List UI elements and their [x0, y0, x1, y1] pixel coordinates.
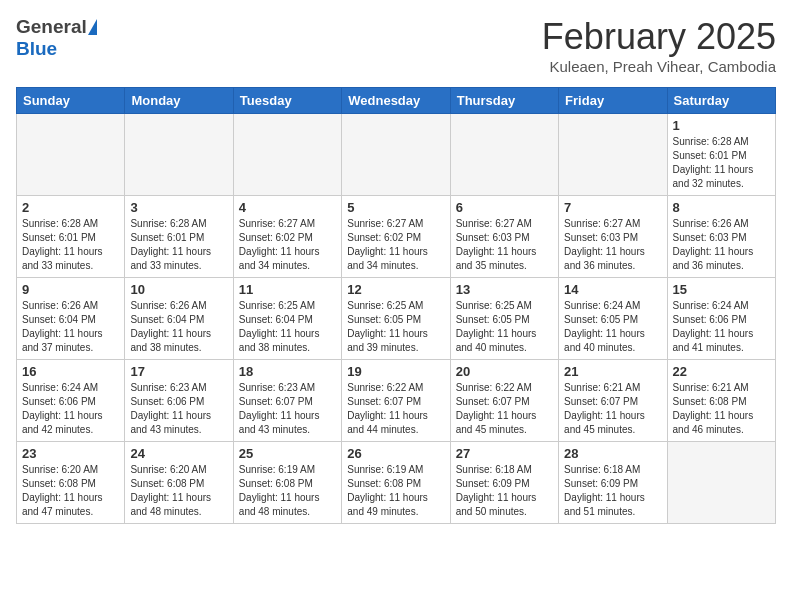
weekday-header-sunday: Sunday	[17, 88, 125, 114]
weekday-header-wednesday: Wednesday	[342, 88, 450, 114]
day-number: 5	[347, 200, 444, 215]
calendar-table: SundayMondayTuesdayWednesdayThursdayFrid…	[16, 87, 776, 524]
weekday-header-monday: Monday	[125, 88, 233, 114]
calendar-cell: 7Sunrise: 6:27 AM Sunset: 6:03 PM Daylig…	[559, 196, 667, 278]
day-number: 16	[22, 364, 119, 379]
calendar-cell: 11Sunrise: 6:25 AM Sunset: 6:04 PM Dayli…	[233, 278, 341, 360]
calendar-cell: 19Sunrise: 6:22 AM Sunset: 6:07 PM Dayli…	[342, 360, 450, 442]
day-number: 12	[347, 282, 444, 297]
calendar-cell: 15Sunrise: 6:24 AM Sunset: 6:06 PM Dayli…	[667, 278, 775, 360]
location-subtitle: Kuleaen, Preah Vihear, Cambodia	[542, 58, 776, 75]
calendar-cell	[17, 114, 125, 196]
day-number: 15	[673, 282, 770, 297]
day-number: 18	[239, 364, 336, 379]
day-number: 13	[456, 282, 553, 297]
title-block: February 2025 Kuleaen, Preah Vihear, Cam…	[542, 16, 776, 75]
day-info: Sunrise: 6:23 AM Sunset: 6:06 PM Dayligh…	[130, 381, 227, 437]
calendar-week-row: 1Sunrise: 6:28 AM Sunset: 6:01 PM Daylig…	[17, 114, 776, 196]
day-number: 8	[673, 200, 770, 215]
day-number: 24	[130, 446, 227, 461]
calendar-cell: 22Sunrise: 6:21 AM Sunset: 6:08 PM Dayli…	[667, 360, 775, 442]
calendar-cell	[667, 442, 775, 524]
day-info: Sunrise: 6:20 AM Sunset: 6:08 PM Dayligh…	[22, 463, 119, 519]
logo-triangle-icon	[88, 19, 97, 35]
day-number: 4	[239, 200, 336, 215]
day-info: Sunrise: 6:28 AM Sunset: 6:01 PM Dayligh…	[130, 217, 227, 273]
day-info: Sunrise: 6:24 AM Sunset: 6:06 PM Dayligh…	[673, 299, 770, 355]
day-number: 25	[239, 446, 336, 461]
day-number: 23	[22, 446, 119, 461]
calendar-cell: 27Sunrise: 6:18 AM Sunset: 6:09 PM Dayli…	[450, 442, 558, 524]
calendar-cell: 28Sunrise: 6:18 AM Sunset: 6:09 PM Dayli…	[559, 442, 667, 524]
calendar-cell: 23Sunrise: 6:20 AM Sunset: 6:08 PM Dayli…	[17, 442, 125, 524]
logo-general: General	[16, 16, 87, 38]
month-title: February 2025	[542, 16, 776, 58]
weekday-header-thursday: Thursday	[450, 88, 558, 114]
day-info: Sunrise: 6:27 AM Sunset: 6:02 PM Dayligh…	[239, 217, 336, 273]
day-info: Sunrise: 6:21 AM Sunset: 6:07 PM Dayligh…	[564, 381, 661, 437]
calendar-cell	[450, 114, 558, 196]
day-info: Sunrise: 6:28 AM Sunset: 6:01 PM Dayligh…	[22, 217, 119, 273]
day-number: 6	[456, 200, 553, 215]
day-number: 10	[130, 282, 227, 297]
calendar-week-row: 16Sunrise: 6:24 AM Sunset: 6:06 PM Dayli…	[17, 360, 776, 442]
day-info: Sunrise: 6:26 AM Sunset: 6:04 PM Dayligh…	[22, 299, 119, 355]
day-info: Sunrise: 6:21 AM Sunset: 6:08 PM Dayligh…	[673, 381, 770, 437]
day-number: 3	[130, 200, 227, 215]
day-info: Sunrise: 6:18 AM Sunset: 6:09 PM Dayligh…	[456, 463, 553, 519]
weekday-header-tuesday: Tuesday	[233, 88, 341, 114]
calendar-cell: 6Sunrise: 6:27 AM Sunset: 6:03 PM Daylig…	[450, 196, 558, 278]
day-number: 27	[456, 446, 553, 461]
day-info: Sunrise: 6:20 AM Sunset: 6:08 PM Dayligh…	[130, 463, 227, 519]
day-info: Sunrise: 6:19 AM Sunset: 6:08 PM Dayligh…	[347, 463, 444, 519]
day-number: 2	[22, 200, 119, 215]
calendar-cell: 5Sunrise: 6:27 AM Sunset: 6:02 PM Daylig…	[342, 196, 450, 278]
calendar-cell: 2Sunrise: 6:28 AM Sunset: 6:01 PM Daylig…	[17, 196, 125, 278]
day-number: 14	[564, 282, 661, 297]
weekday-header-saturday: Saturday	[667, 88, 775, 114]
day-info: Sunrise: 6:24 AM Sunset: 6:05 PM Dayligh…	[564, 299, 661, 355]
day-info: Sunrise: 6:27 AM Sunset: 6:03 PM Dayligh…	[456, 217, 553, 273]
calendar-week-row: 2Sunrise: 6:28 AM Sunset: 6:01 PM Daylig…	[17, 196, 776, 278]
calendar-cell: 24Sunrise: 6:20 AM Sunset: 6:08 PM Dayli…	[125, 442, 233, 524]
calendar-cell: 20Sunrise: 6:22 AM Sunset: 6:07 PM Dayli…	[450, 360, 558, 442]
day-number: 28	[564, 446, 661, 461]
day-info: Sunrise: 6:27 AM Sunset: 6:03 PM Dayligh…	[564, 217, 661, 273]
weekday-header-friday: Friday	[559, 88, 667, 114]
day-info: Sunrise: 6:18 AM Sunset: 6:09 PM Dayligh…	[564, 463, 661, 519]
day-number: 21	[564, 364, 661, 379]
day-number: 17	[130, 364, 227, 379]
day-info: Sunrise: 6:27 AM Sunset: 6:02 PM Dayligh…	[347, 217, 444, 273]
calendar-cell: 16Sunrise: 6:24 AM Sunset: 6:06 PM Dayli…	[17, 360, 125, 442]
calendar-cell: 13Sunrise: 6:25 AM Sunset: 6:05 PM Dayli…	[450, 278, 558, 360]
calendar-cell	[233, 114, 341, 196]
calendar-cell: 14Sunrise: 6:24 AM Sunset: 6:05 PM Dayli…	[559, 278, 667, 360]
day-info: Sunrise: 6:26 AM Sunset: 6:04 PM Dayligh…	[130, 299, 227, 355]
weekday-header-row: SundayMondayTuesdayWednesdayThursdayFrid…	[17, 88, 776, 114]
day-number: 11	[239, 282, 336, 297]
day-number: 7	[564, 200, 661, 215]
calendar-cell: 9Sunrise: 6:26 AM Sunset: 6:04 PM Daylig…	[17, 278, 125, 360]
calendar-cell: 12Sunrise: 6:25 AM Sunset: 6:05 PM Dayli…	[342, 278, 450, 360]
calendar-week-row: 9Sunrise: 6:26 AM Sunset: 6:04 PM Daylig…	[17, 278, 776, 360]
day-info: Sunrise: 6:23 AM Sunset: 6:07 PM Dayligh…	[239, 381, 336, 437]
page-header: General Blue February 2025 Kuleaen, Prea…	[16, 16, 776, 75]
calendar-cell: 4Sunrise: 6:27 AM Sunset: 6:02 PM Daylig…	[233, 196, 341, 278]
calendar-cell: 26Sunrise: 6:19 AM Sunset: 6:08 PM Dayli…	[342, 442, 450, 524]
logo-blue: Blue	[16, 38, 57, 60]
calendar-cell: 18Sunrise: 6:23 AM Sunset: 6:07 PM Dayli…	[233, 360, 341, 442]
day-number: 22	[673, 364, 770, 379]
calendar-cell	[342, 114, 450, 196]
calendar-cell	[559, 114, 667, 196]
logo: General Blue	[16, 16, 97, 60]
day-info: Sunrise: 6:25 AM Sunset: 6:05 PM Dayligh…	[347, 299, 444, 355]
calendar-cell: 25Sunrise: 6:19 AM Sunset: 6:08 PM Dayli…	[233, 442, 341, 524]
day-info: Sunrise: 6:28 AM Sunset: 6:01 PM Dayligh…	[673, 135, 770, 191]
day-number: 19	[347, 364, 444, 379]
calendar-cell: 8Sunrise: 6:26 AM Sunset: 6:03 PM Daylig…	[667, 196, 775, 278]
calendar-cell: 10Sunrise: 6:26 AM Sunset: 6:04 PM Dayli…	[125, 278, 233, 360]
calendar-cell: 21Sunrise: 6:21 AM Sunset: 6:07 PM Dayli…	[559, 360, 667, 442]
calendar-cell: 1Sunrise: 6:28 AM Sunset: 6:01 PM Daylig…	[667, 114, 775, 196]
day-number: 20	[456, 364, 553, 379]
calendar-week-row: 23Sunrise: 6:20 AM Sunset: 6:08 PM Dayli…	[17, 442, 776, 524]
